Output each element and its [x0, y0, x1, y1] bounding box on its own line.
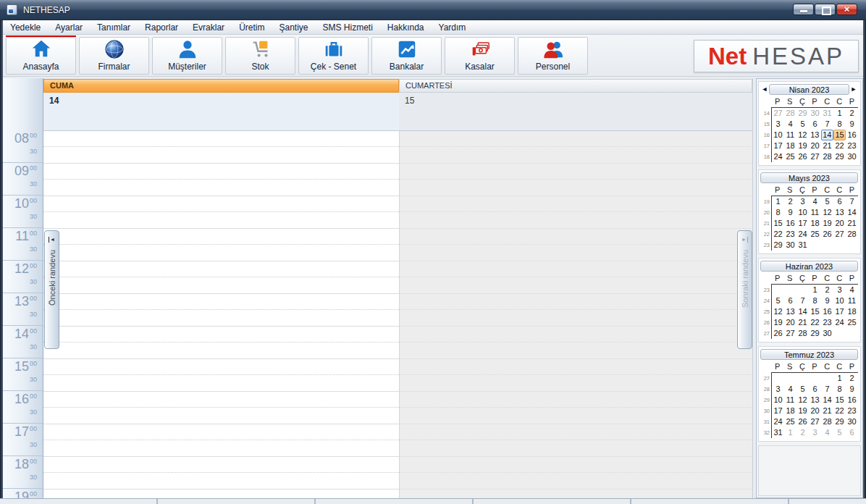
time-slot-1300[interactable]: [43, 294, 399, 327]
menu-item-şantiye[interactable]: Şantiye: [272, 21, 315, 34]
maximize-button[interactable]: [815, 4, 836, 15]
date-cell[interactable]: 15: [833, 130, 846, 140]
time-slot-1400[interactable]: [400, 327, 752, 359]
time-slot-1630[interactable]: [43, 392, 399, 408]
next-month-arrow-icon[interactable]: ►: [849, 85, 858, 93]
date-cell[interactable]: 28: [796, 328, 809, 339]
date-cell[interactable]: 30: [846, 416, 858, 427]
date-cell[interactable]: 25: [846, 317, 858, 328]
prev-month-arrow-icon[interactable]: ◄: [760, 85, 769, 93]
date-cell[interactable]: 1: [809, 285, 821, 295]
date-cell[interactable]: 27: [772, 108, 784, 119]
date-cell[interactable]: 31: [796, 240, 809, 251]
date-cell[interactable]: 1: [833, 108, 846, 119]
date-cell[interactable]: 14: [796, 306, 809, 317]
date-cell[interactable]: 18: [809, 218, 821, 229]
time-slot-1830[interactable]: [43, 457, 399, 473]
time-slot-1600[interactable]: [400, 392, 752, 424]
date-cell[interactable]: 4: [784, 119, 796, 130]
date-cell[interactable]: 7: [821, 119, 833, 130]
menu-item-tanımlar[interactable]: Tanımlar: [90, 21, 138, 34]
menu-item-sms-hizmeti[interactable]: SMS Hizmeti: [316, 21, 380, 34]
date-cell[interactable]: 8: [772, 207, 784, 218]
time-slot-1200[interactable]: [43, 261, 399, 294]
date-cell[interactable]: 2: [821, 285, 833, 295]
date-cell[interactable]: 3: [772, 119, 784, 130]
date-cell[interactable]: 19: [821, 218, 833, 229]
date-cell[interactable]: 20: [784, 317, 796, 328]
time-slot-1800[interactable]: [43, 457, 399, 490]
time-slot-1200[interactable]: [400, 261, 752, 294]
date-cell[interactable]: 9: [846, 119, 858, 130]
date-cell[interactable]: 20: [809, 140, 821, 151]
day-header-cuma[interactable]: CUMA: [43, 79, 399, 93]
date-cell[interactable]: 30: [809, 108, 821, 119]
time-slot-1130[interactable]: [400, 229, 752, 245]
date-cell[interactable]: 20: [833, 218, 846, 229]
date-cell[interactable]: 8: [809, 295, 821, 306]
time-slot-1230[interactable]: [43, 261, 399, 277]
date-cell[interactable]: 9: [821, 295, 833, 306]
time-slot-1530[interactable]: [400, 359, 752, 375]
date-cell[interactable]: 27: [809, 151, 821, 162]
date-cell[interactable]: 19: [772, 317, 784, 328]
date-cell[interactable]: 1: [784, 427, 796, 438]
date-cell[interactable]: 6: [833, 196, 846, 207]
date-cell[interactable]: 7: [821, 384, 833, 395]
toolbar-button-bankalar[interactable]: Bankalar: [371, 37, 442, 75]
date-cell[interactable]: 30: [784, 240, 796, 251]
time-slot-0830[interactable]: [400, 131, 752, 147]
date-cell[interactable]: 28: [821, 416, 833, 427]
date-cell[interactable]: 28: [784, 108, 796, 119]
time-slot-0930[interactable]: [43, 164, 399, 180]
previous-appointment-tab[interactable]: ◄ Önceki randevu: [44, 230, 59, 349]
allday-area-cuma[interactable]: 14: [43, 93, 399, 130]
date-cell[interactable]: 2: [846, 108, 858, 119]
date-cell[interactable]: 3: [833, 285, 846, 295]
next-appointment-tab[interactable]: ► Sonraki randevu: [737, 230, 752, 349]
date-cell[interactable]: 24: [772, 151, 784, 162]
date-cell[interactable]: 21: [821, 140, 833, 151]
time-slot-1900[interactable]: [400, 490, 752, 498]
time-slot-0800[interactable]: [400, 131, 752, 164]
time-slot-1700[interactable]: [43, 424, 399, 457]
date-cell[interactable]: 12: [821, 207, 833, 218]
time-slot-1030[interactable]: [43, 196, 399, 212]
time-slot-1730[interactable]: [43, 424, 399, 440]
date-cell[interactable]: 3: [809, 427, 821, 438]
date-cell[interactable]: 12: [772, 306, 784, 317]
time-slot-1900[interactable]: [43, 490, 399, 498]
date-cell[interactable]: 9: [784, 207, 796, 218]
date-cell[interactable]: 4: [846, 285, 858, 295]
date-cell[interactable]: 10: [772, 130, 784, 140]
date-cell[interactable]: 11: [784, 395, 796, 406]
date-cell[interactable]: 5: [772, 295, 784, 306]
date-cell[interactable]: 31: [772, 427, 784, 438]
date-cell[interactable]: 14: [846, 207, 858, 218]
date-cell[interactable]: 6: [784, 295, 796, 306]
date-cell[interactable]: 23: [846, 406, 858, 416]
time-slot-1700[interactable]: [400, 424, 752, 457]
date-cell[interactable]: 17: [833, 306, 846, 317]
toolbar-button-firmalar[interactable]: Firmalar: [79, 37, 149, 75]
time-slot-1500[interactable]: [400, 359, 752, 392]
date-cell[interactable]: 18: [784, 406, 796, 416]
time-slot-0900[interactable]: [43, 164, 399, 196]
date-cell[interactable]: 14: [821, 395, 833, 406]
time-slot-1800[interactable]: [400, 457, 752, 490]
time-slot-1300[interactable]: [400, 294, 752, 327]
date-cell[interactable]: 8: [833, 384, 846, 395]
time-slot-1000[interactable]: [43, 196, 399, 229]
time-slot-1130[interactable]: [43, 229, 399, 245]
date-cell[interactable]: 10: [796, 207, 809, 218]
time-slot-1330[interactable]: [43, 294, 399, 310]
date-cell[interactable]: 1: [772, 196, 784, 207]
time-slot-1600[interactable]: [43, 392, 399, 424]
date-cell[interactable]: 13: [809, 395, 821, 406]
menu-item-ayarlar[interactable]: Ayarlar: [48, 21, 90, 34]
date-cell[interactable]: 10: [833, 295, 846, 306]
close-button[interactable]: [836, 4, 857, 15]
date-cell[interactable]: 25: [784, 151, 796, 162]
date-cell[interactable]: 16: [821, 306, 833, 317]
time-slot-0830[interactable]: [43, 131, 399, 147]
